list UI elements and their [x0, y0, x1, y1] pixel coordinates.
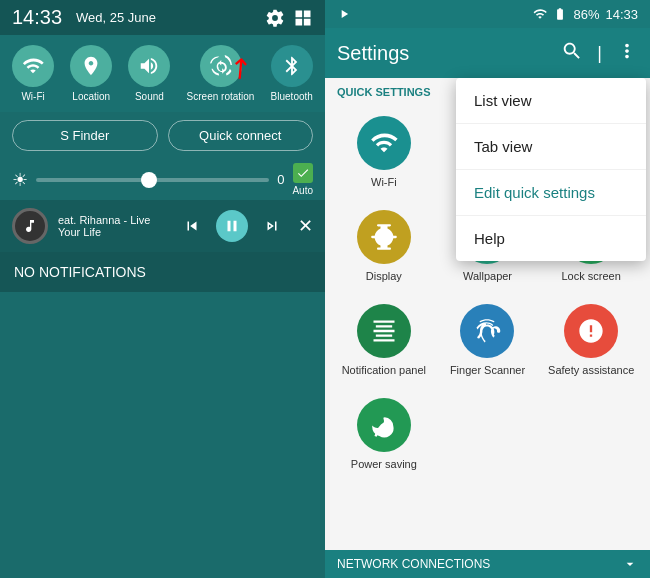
auto-check[interactable]: Auto: [292, 163, 313, 196]
rotation-label: Screen rotation: [187, 91, 255, 102]
location-toggle-icon: [70, 45, 112, 87]
right-play-icon: [337, 7, 351, 21]
left-status-icons: [265, 8, 313, 28]
toggle-wifi[interactable]: Wi-Fi: [12, 45, 54, 102]
help-item[interactable]: Help: [456, 216, 646, 261]
right-toolbar: Settings |: [325, 28, 650, 78]
display-circle: [357, 210, 411, 264]
wallpaper-label: Wallpaper: [463, 270, 512, 282]
music-close-button[interactable]: ✕: [298, 215, 313, 237]
bluetooth-toggle-icon: [271, 45, 313, 87]
toggle-sound[interactable]: Sound: [128, 45, 170, 102]
sound-toggle-icon: [128, 45, 170, 87]
right-time: 14:33: [605, 7, 638, 22]
battery-icon: [553, 7, 567, 21]
music-title: eat. Rihanna - Live Your Life: [58, 214, 166, 238]
bluetooth-label: Bluetooth: [271, 91, 313, 102]
music-disc: [12, 208, 48, 244]
wifi-label: Wi-Fi: [21, 91, 44, 102]
next-button[interactable]: [256, 210, 288, 242]
brightness-thumb: [141, 172, 157, 188]
play-button[interactable]: [216, 210, 248, 242]
dropdown-menu: List view Tab view Edit quick settings H…: [456, 78, 646, 261]
tab-view-item[interactable]: Tab view: [456, 124, 646, 170]
settings-power-saving[interactable]: Power saving: [333, 388, 435, 480]
display-label: Display: [366, 270, 402, 282]
left-status-bar: 14:33 Wed, 25 June: [0, 0, 325, 35]
location-label: Location: [72, 91, 110, 102]
buttons-row: S Finder Quick connect: [0, 112, 325, 159]
wifi-circle: [357, 116, 411, 170]
auto-checkbox: [293, 163, 313, 183]
search-button[interactable]: [561, 40, 583, 67]
wifi-toggle-icon: [12, 45, 54, 87]
quick-connect-button[interactable]: Quick connect: [168, 120, 314, 151]
settings-title: Settings: [337, 42, 561, 65]
power-saving-label: Power saving: [351, 458, 417, 470]
settings-notification-panel[interactable]: Notification panel: [333, 294, 435, 386]
right-status-right: 86% 14:33: [533, 7, 638, 22]
left-date: Wed, 25 June: [76, 10, 156, 25]
network-footer: NETWORK CONNECTIONS: [325, 550, 650, 578]
finger-scanner-circle: [460, 304, 514, 358]
signal-icon: [533, 7, 547, 21]
right-status-bar: 86% 14:33: [325, 0, 650, 28]
right-panel: 86% 14:33 Settings | QUICK SETTINGS Wi-F…: [325, 0, 650, 578]
safety-circle: [564, 304, 618, 358]
settings-finger-scanner[interactable]: Finger Scanner: [437, 294, 539, 386]
grid-icon[interactable]: [293, 8, 313, 28]
no-notifications: NO NOTIFICATIONS: [0, 252, 325, 292]
wifi-item-label: Wi-Fi: [371, 176, 397, 188]
finger-scanner-label: Finger Scanner: [450, 364, 525, 376]
toggle-bluetooth[interactable]: Bluetooth: [271, 45, 313, 102]
toolbar-icons: |: [561, 40, 638, 67]
safety-label: Safety assistance: [548, 364, 634, 376]
toggle-location[interactable]: Location: [70, 45, 112, 102]
sound-label: Sound: [135, 91, 164, 102]
brightness-value: 0: [277, 172, 284, 187]
left-time: 14:33: [12, 6, 62, 29]
edit-quick-settings-item[interactable]: Edit quick settings: [456, 170, 646, 216]
brightness-row: ☀ 0 Auto: [0, 159, 325, 200]
quick-toggles: Wi-Fi Location Sound Screen rotation: [0, 35, 325, 112]
settings-wifi[interactable]: Wi-Fi: [333, 106, 435, 198]
settings-display[interactable]: Display: [333, 200, 435, 292]
left-panel: 14:33 Wed, 25 June ↗ Wi-Fi: [0, 0, 325, 578]
more-options-button[interactable]: [616, 40, 638, 67]
settings-safety-assistance[interactable]: Safety assistance: [540, 294, 642, 386]
power-circle: [357, 398, 411, 452]
brightness-icon: ☀: [12, 169, 28, 191]
right-status-left: [337, 7, 351, 21]
chevron-down-icon: [622, 556, 638, 572]
list-view-item[interactable]: List view: [456, 78, 646, 124]
s-finder-button[interactable]: S Finder: [12, 120, 158, 151]
notification-panel-circle: [357, 304, 411, 358]
gear-icon[interactable]: [265, 8, 285, 28]
auto-label: Auto: [292, 185, 313, 196]
brightness-slider[interactable]: [36, 178, 269, 182]
network-label: NETWORK CONNECTIONS: [337, 557, 490, 571]
lock-screen-label: Lock screen: [562, 270, 621, 282]
notification-panel-label: Notification panel: [342, 364, 426, 376]
battery-label: 86%: [573, 7, 599, 22]
prev-button[interactable]: [176, 210, 208, 242]
music-controls: [176, 210, 288, 242]
music-row: eat. Rihanna - Live Your Life ✕: [0, 200, 325, 252]
